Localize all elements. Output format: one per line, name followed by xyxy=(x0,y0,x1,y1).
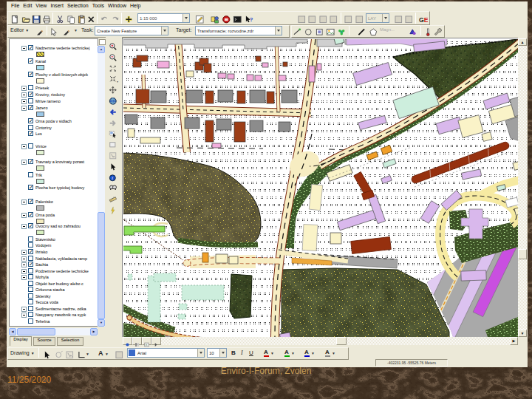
svg-text:i: i xyxy=(112,175,113,181)
svg-text:?: ? xyxy=(250,16,253,23)
svg-text:GE: GE xyxy=(419,16,428,24)
